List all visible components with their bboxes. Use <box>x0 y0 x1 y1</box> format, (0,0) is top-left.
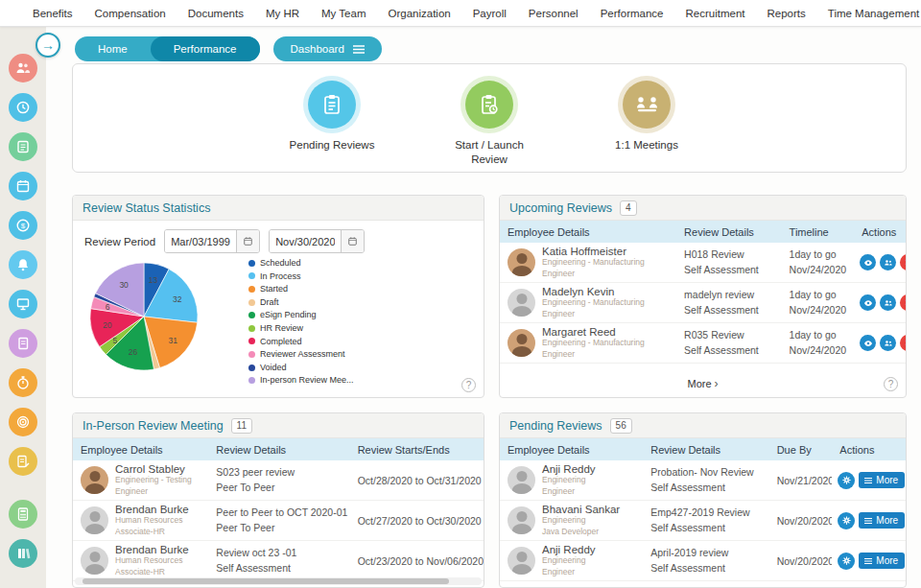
card-title: Review Status Statistics <box>83 201 210 215</box>
table-row: Madelyn Kevin Engineering - Manufacturin… <box>500 283 906 323</box>
employee-dept: Human Resources <box>115 555 189 566</box>
nav-payroll[interactable]: Payroll <box>473 8 507 19</box>
review-status-statistics-card: Review Status Statistics Review Period <box>72 195 484 398</box>
tab-home[interactable]: Home <box>75 36 151 61</box>
count-badge: 56 <box>610 418 632 434</box>
employee-name: Madelyn Kevin <box>542 286 645 297</box>
due-date: Nov/21/2020 <box>769 475 833 486</box>
timer-icon[interactable] <box>9 368 37 397</box>
payroll-icon[interactable]: $ <box>9 211 37 240</box>
nav-performance[interactable]: Performance <box>601 8 664 19</box>
tab-dashboard[interactable]: Dashboard <box>273 36 382 61</box>
table-row: Carrol Stabley Engineering - Testing Eng… <box>73 460 484 501</box>
one-on-one-meetings-label: 1:1 Meetings <box>599 138 695 153</box>
time-icon[interactable] <box>9 93 37 122</box>
review-period-row: Review Period <box>73 221 484 253</box>
pie-value-label: 20 <box>103 320 112 330</box>
card-title: In-Person Review Meeting <box>83 419 224 433</box>
one-on-one-meetings-icon[interactable] <box>623 81 671 129</box>
tab-performance[interactable]: Performance <box>151 36 260 61</box>
legend-label: Started <box>260 283 288 295</box>
cancel-icon[interactable]: × <box>900 254 906 270</box>
nav-organization[interactable]: Organization <box>388 8 450 19</box>
sidebar-expand-button[interactable]: → <box>35 33 60 58</box>
notifications-icon[interactable] <box>9 250 37 279</box>
library-icon[interactable] <box>9 539 37 568</box>
reassign-icon[interactable] <box>880 254 896 270</box>
nav-personnel[interactable]: Personnel <box>529 8 579 19</box>
settings-gear-icon[interactable] <box>838 472 855 489</box>
calendar-icon[interactable] <box>9 172 37 200</box>
employee-name: Brendan Burke <box>115 544 189 555</box>
pie-value-label: 6 <box>106 302 110 312</box>
employee-name: Katia Hoffmeister <box>542 246 645 257</box>
view-icon[interactable] <box>860 294 876 311</box>
more-button[interactable]: More <box>859 553 905 569</box>
pending-reviews-label: Pending Reviews <box>284 138 380 153</box>
date-to-input[interactable] <box>270 230 341 252</box>
help-icon[interactable]: ? <box>884 377 898 391</box>
documents-icon[interactable] <box>9 329 37 358</box>
cancel-icon[interactable]: × <box>900 335 906 351</box>
nav-my-hr[interactable]: My HR <box>266 8 299 19</box>
more-button[interactable]: More <box>859 512 905 529</box>
table-row: Brendan Burke Human Resources Associate-… <box>73 501 484 541</box>
pending-reviews-icon[interactable] <box>308 81 356 129</box>
reassign-icon[interactable] <box>880 335 896 351</box>
legend-item: Completed <box>248 336 354 348</box>
goals-icon[interactable] <box>9 408 37 436</box>
review-type: Peer To Peer <box>216 521 349 535</box>
more-link[interactable]: More › <box>687 377 718 390</box>
legend-dot-icon <box>248 286 255 293</box>
legend-dot-icon <box>248 312 255 318</box>
timeline-days: 1day to go <box>790 288 855 302</box>
legend-item: Reviewer Assessment <box>248 348 354 361</box>
legend-label: Scheduled <box>260 257 301 270</box>
inperson-review-meeting-card: In-Person Review Meeting 11 Employee Det… <box>72 412 484 588</box>
nav-documents[interactable]: Documents <box>188 8 244 19</box>
nav-my-team[interactable]: My Team <box>321 8 366 19</box>
one-on-one-meetings-action[interactable]: 1:1 Meetings <box>599 77 695 172</box>
help-icon[interactable]: ? <box>461 378 476 392</box>
legend-dot-icon <box>248 299 255 306</box>
nav-recruitment[interactable]: Recruitment <box>686 8 745 19</box>
employee-role: Engineer <box>542 269 645 279</box>
reassign-icon[interactable] <box>880 294 896 311</box>
nav-benefits[interactable]: Benefits <box>33 8 73 19</box>
pending-reviews-action[interactable]: Pending Reviews <box>284 77 380 172</box>
card-title: Upcoming Reviews <box>509 201 612 215</box>
view-icon[interactable] <box>860 335 876 351</box>
start-launch-review-icon[interactable] <box>465 81 513 129</box>
employee-name: Brendan Burke <box>115 504 189 515</box>
employee-role: Associate-HR <box>115 567 189 577</box>
employee-role: Engineer <box>542 349 645 360</box>
avatar <box>81 506 108 534</box>
calendar-picker-icon[interactable] <box>236 230 259 252</box>
count-badge: 4 <box>620 200 637 216</box>
calendar-picker-icon[interactable] <box>341 230 364 252</box>
cancel-icon[interactable]: × <box>900 294 906 311</box>
settings-gear-icon[interactable] <box>838 553 855 570</box>
nav-reports[interactable]: Reports <box>768 8 806 19</box>
date-from-field <box>164 229 260 253</box>
date-from-input[interactable] <box>165 230 236 252</box>
settings-gear-icon[interactable] <box>838 512 855 529</box>
legend-label: HR Review <box>260 322 303 335</box>
scrollbar-thumb[interactable] <box>83 578 449 584</box>
workstation-icon[interactable] <box>9 290 37 318</box>
review-type: Self Assessment <box>684 263 781 277</box>
card-footer: More › <box>500 373 906 394</box>
start-launch-review-action[interactable]: Start / Launch Review <box>441 77 537 172</box>
view-icon[interactable] <box>860 254 876 270</box>
legend-label: In Process <box>260 270 301 283</box>
nav-compensation[interactable]: Compensation <box>95 8 166 19</box>
review-name: Review oct 23 -01 <box>216 546 349 560</box>
calculator-icon[interactable] <box>9 500 37 529</box>
more-button[interactable]: More <box>859 472 905 488</box>
review-type: Self Assessment <box>684 343 781 358</box>
nav-time-management[interactable]: Time Management <box>828 8 919 19</box>
pie-value-label: 30 <box>119 280 129 290</box>
ledger-icon[interactable] <box>9 447 37 476</box>
tasks-icon[interactable] <box>9 132 37 161</box>
employees-icon[interactable] <box>9 54 37 82</box>
